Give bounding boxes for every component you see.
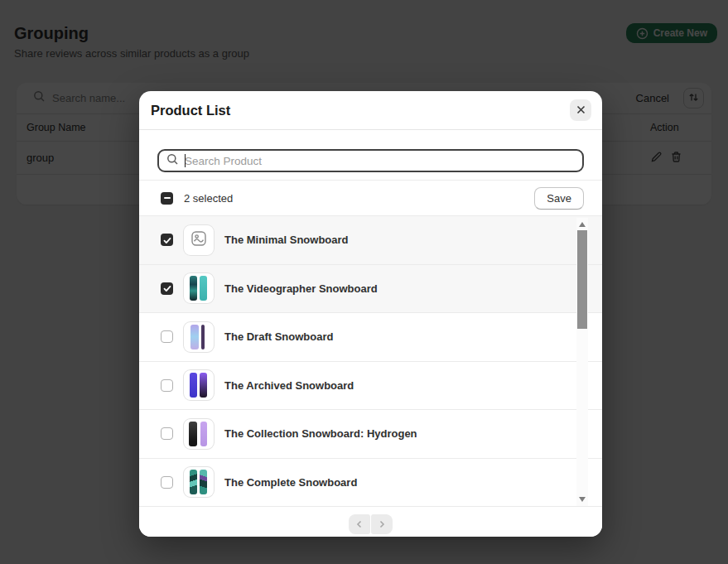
- product-label: The Archived Snowboard: [224, 379, 354, 392]
- modal-title: Product List: [151, 103, 230, 118]
- product-thumbnail: [183, 321, 215, 353]
- product-checkbox[interactable]: [161, 427, 173, 440]
- selection-header: 2 selected Save: [139, 181, 602, 216]
- product-checkbox[interactable]: [161, 282, 173, 295]
- product-checkbox[interactable]: [161, 476, 173, 489]
- list-scrollbar[interactable]: [576, 218, 588, 506]
- check-icon: [163, 233, 171, 248]
- product-search[interactable]: [157, 149, 584, 172]
- product-row[interactable]: The Collection Snowboard: Hydrogen: [139, 410, 602, 459]
- close-button[interactable]: [570, 99, 591, 121]
- product-rows: The Minimal Snowboard The Videographer S…: [139, 216, 602, 507]
- product-checkbox[interactable]: [161, 379, 173, 392]
- pagination: [349, 514, 393, 534]
- product-row[interactable]: The Videographer Snowboard: [139, 265, 602, 314]
- product-checkbox[interactable]: [161, 234, 173, 246]
- product-thumbnail: [183, 466, 215, 498]
- search-icon: [166, 153, 179, 169]
- product-label: The Draft Snowboard: [224, 330, 333, 343]
- product-row[interactable]: The Archived Snowboard: [139, 362, 602, 411]
- product-label: The Complete Snowboard: [224, 476, 357, 489]
- text-cursor: [185, 154, 186, 167]
- select-all-checkbox[interactable]: [161, 192, 173, 205]
- minus-icon: [164, 197, 171, 199]
- modal-search-section: [139, 130, 602, 181]
- product-thumbnail: [183, 224, 215, 256]
- pagination-next-button[interactable]: [371, 514, 393, 534]
- product-label: The Videographer Snowboard: [224, 282, 378, 295]
- save-button[interactable]: Save: [534, 187, 584, 210]
- product-thumbnail: [183, 418, 215, 450]
- product-thumbnail: [183, 369, 215, 401]
- pagination-prev-button[interactable]: [349, 514, 370, 534]
- image-placeholder-icon: [190, 230, 207, 250]
- product-search-input[interactable]: [185, 155, 575, 167]
- chevron-left-icon: [355, 518, 364, 531]
- product-thumbnail: [183, 272, 215, 304]
- close-icon: [576, 104, 586, 117]
- modal-header: Product List: [139, 91, 602, 130]
- check-icon: [163, 281, 171, 296]
- chevron-right-icon: [378, 518, 386, 531]
- modal-footer: [139, 507, 602, 537]
- product-list-modal: Product List 2 selected Save: [139, 91, 602, 537]
- scroll-down-icon[interactable]: [579, 497, 586, 502]
- selected-count: 2 selected: [184, 192, 523, 205]
- scrollbar-thumb[interactable]: [577, 230, 587, 329]
- product-row[interactable]: The Complete Snowboard: [139, 459, 602, 508]
- product-row[interactable]: The Minimal Snowboard: [139, 216, 602, 265]
- product-label: The Collection Snowboard: Hydrogen: [224, 427, 417, 440]
- product-label: The Minimal Snowboard: [224, 234, 349, 246]
- product-list: The Minimal Snowboard The Videographer S…: [139, 216, 602, 507]
- product-row[interactable]: The Draft Snowboard: [139, 313, 602, 362]
- scroll-up-icon[interactable]: [579, 222, 586, 227]
- product-checkbox[interactable]: [161, 330, 173, 343]
